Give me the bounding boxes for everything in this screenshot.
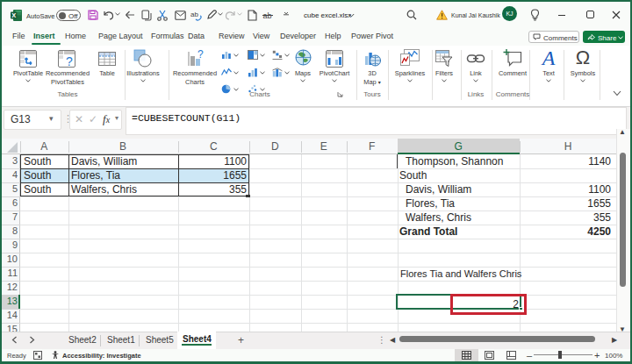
svg-text:ab: ab	[190, 11, 198, 18]
svg-text:X: X	[11, 11, 16, 19]
svg-text:?: ?	[66, 54, 73, 68]
svg-text:?: ?	[198, 49, 204, 61]
